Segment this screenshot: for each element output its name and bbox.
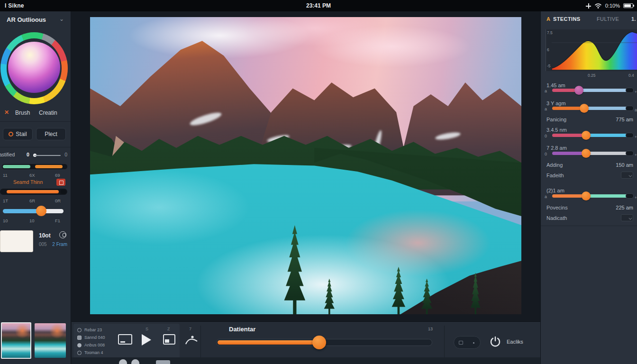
histogram-ytick: 6	[547, 47, 549, 52]
slider-handle[interactable]	[574, 86, 583, 95]
mini-slider-track[interactable]	[34, 155, 61, 156]
tick-label: 10	[29, 218, 35, 223]
slider-edge-mark: a	[635, 108, 637, 112]
tick-label: F1	[55, 218, 60, 223]
field-input[interactable]	[621, 172, 633, 179]
layer-action-link[interactable]: 2 Fram	[52, 242, 67, 247]
divider	[444, 326, 445, 358]
histogram-curve	[552, 29, 637, 70]
slider-track[interactable]	[552, 134, 629, 137]
slider-label: 1.45 am	[546, 82, 565, 88]
tick-label: 69	[55, 173, 60, 178]
right-sidebar: A STECTINS FULTIVE 1. 7.5 6 -5 0.25 0.4 …	[540, 11, 637, 364]
mini-label: Z	[167, 327, 170, 331]
slider-track[interactable]	[552, 194, 629, 198]
eye-icon[interactable]	[59, 231, 66, 238]
slider-min-label: 0	[545, 152, 547, 156]
stail-button-label: Stail	[16, 131, 27, 137]
menu-bar: l Sikne 23:41 PM 0:10%	[0, 0, 637, 11]
tab-fultive[interactable]: FULTIVE	[597, 16, 619, 22]
filmstrip-thumbnail[interactable]	[35, 323, 66, 358]
footer-partial-control[interactable]	[156, 360, 170, 364]
orange-slider[interactable]	[0, 189, 67, 195]
layer-thumbnail[interactable]	[0, 230, 33, 252]
amount-end-label: 0	[64, 152, 67, 157]
slider-end-knob[interactable]	[626, 193, 634, 199]
slider-edge-mark: +	[635, 153, 637, 157]
footer-partial-control[interactable]	[131, 359, 139, 364]
slider-edge-mark: +	[635, 195, 637, 200]
orange-segment	[35, 165, 63, 168]
slider-handle[interactable]	[580, 104, 589, 113]
slider-label: 3.4.5 nm	[546, 127, 567, 133]
info-item: Tooman 4	[84, 350, 103, 355]
tab-extra[interactable]: 1.	[631, 16, 636, 22]
dual-color-bar[interactable]	[2, 164, 67, 169]
tick-label: 0R	[55, 198, 61, 203]
clock: 23:41 PM	[0, 2, 637, 9]
layer-item[interactable]: 10ot 005 2 Fram	[0, 230, 71, 255]
stail-button[interactable]: Stail	[3, 128, 33, 140]
mini-label: 7	[189, 327, 191, 331]
timeline-slider-handle[interactable]	[312, 336, 326, 349]
footer-partial-control[interactable]	[119, 359, 127, 364]
monitor-icon[interactable]	[118, 334, 132, 345]
chevron-down-icon[interactable]: ⌄	[59, 16, 64, 22]
field-input[interactable]	[621, 214, 633, 221]
close-icon[interactable]: ✕	[4, 109, 9, 116]
slider-track[interactable]	[552, 89, 629, 92]
export-window-icon[interactable]	[163, 334, 175, 345]
slider-handle[interactable]	[582, 149, 591, 158]
brush-tool-label[interactable]: Brush	[15, 109, 30, 116]
target-icon	[77, 351, 82, 355]
histogram-xtick: 0.4	[628, 73, 634, 78]
slider-handle[interactable]	[582, 131, 591, 140]
layer-title: 10ot	[39, 232, 51, 239]
play-icon[interactable]	[142, 334, 151, 346]
power-icon[interactable]	[489, 336, 502, 349]
battery-percent: 0:10%	[605, 3, 620, 9]
info-item: Anbus 008	[84, 343, 105, 347]
preview-toggle[interactable]	[454, 336, 481, 349]
slider-end-knob[interactable]	[626, 88, 634, 93]
blue-slider-handle[interactable]	[36, 206, 46, 216]
slider-track[interactable]	[552, 152, 629, 155]
slider-min-label: 0	[545, 134, 547, 138]
timeline-slider-label: Datientar	[229, 326, 255, 333]
info-item: Sannd 040	[84, 335, 105, 340]
blue-slider[interactable]	[3, 209, 64, 213]
green-segment	[3, 165, 30, 168]
circle-icon	[77, 328, 82, 332]
amount-label: astified	[0, 152, 15, 157]
slider-end-knob[interactable]	[626, 133, 634, 138]
info-label: Adding	[546, 162, 563, 168]
slider-track[interactable]	[552, 107, 629, 110]
info-item: Rebar 23	[84, 328, 102, 332]
orange-slider-knob[interactable]	[61, 190, 66, 194]
filmstrip-thumbnail-selected[interactable]	[1, 322, 31, 359]
power-label[interactable]: Eacliks	[507, 339, 523, 345]
color-sphere[interactable]	[8, 42, 60, 93]
wifi-icon[interactable]	[594, 3, 602, 9]
create-tool-label[interactable]: Creatin	[39, 109, 57, 116]
square-icon	[77, 336, 82, 340]
tick-label: 6X	[29, 173, 35, 178]
slider-handle[interactable]	[582, 191, 591, 200]
tick-label: 10	[3, 218, 8, 223]
slider-edge-mark: +	[635, 135, 637, 139]
curve-tool-icon[interactable]	[184, 334, 199, 346]
cursor-icon[interactable]	[586, 3, 591, 9]
timeline-slider[interactable]	[216, 339, 432, 346]
info-value: 150 am	[616, 162, 633, 168]
swatch-button[interactable]	[56, 179, 65, 186]
adjustments-tab-icon: A	[546, 16, 550, 22]
plect-button-label: Plect	[45, 131, 57, 137]
slider-end-knob[interactable]	[626, 106, 634, 111]
preset-dropdown[interactable]: AR Outlioous	[7, 16, 46, 23]
tab-stectins[interactable]: STECTINS	[553, 16, 581, 22]
photo-canvas[interactable]	[90, 17, 521, 314]
plect-button[interactable]: Plect	[36, 128, 66, 140]
slider-min-label: a	[545, 194, 547, 199]
slider-end-knob[interactable]	[626, 151, 634, 156]
info-value: 775 am	[616, 117, 633, 122]
